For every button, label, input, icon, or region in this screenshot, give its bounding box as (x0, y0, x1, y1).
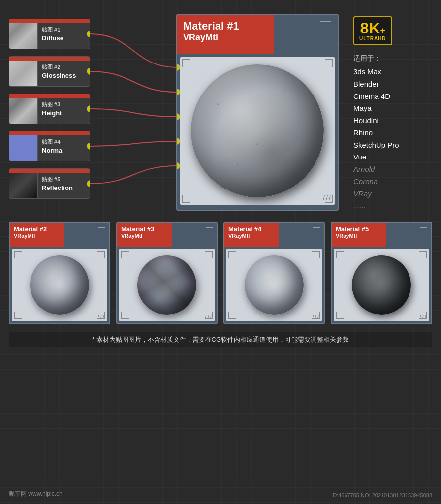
small-dash-3 (206, 227, 213, 228)
node-thumb-2 (9, 56, 38, 87)
small-hash-2: /// (98, 314, 105, 319)
corner-tl (182, 59, 190, 67)
info-panel: 8K + ULTRAHD 适用于： 3ds MaxBlenderCinema 4… (353, 16, 417, 212)
small-title2-4: VRayMtl (228, 233, 320, 239)
material-card-header: Material #1 VRayMtl (177, 15, 338, 54)
node-dot-2 (87, 68, 90, 75)
node-label-2: Glossiness (42, 72, 86, 79)
badge-ultrahd: ULTRAHD (359, 36, 386, 41)
node-dot-4 (87, 143, 90, 150)
compatible-item-arnold: Arnold (353, 163, 417, 176)
node-card-3: 贴图 #3 Height (9, 94, 90, 124)
small-header-4: Material #4 VRayMtl (224, 223, 324, 247)
compatible-item-......: ...... (353, 200, 417, 212)
node-dot-1 (87, 31, 90, 37)
compatible-item-houdini: Houdini (353, 115, 417, 127)
id-mark: ID:4667705 NO: 20210130123153945088 (331, 492, 432, 498)
node-area: 贴图 #1 Diffuse 贴图 #2 Glossiness 贴图 #3 Hei… (9, 14, 137, 199)
sc-bl-5 (336, 312, 344, 319)
node-cards-list: 贴图 #1 Diffuse 贴图 #2 Glossiness 贴图 #3 Hei… (9, 19, 137, 199)
sc-tr-3 (205, 251, 213, 258)
node-dot-3 (87, 105, 90, 112)
sc-tr-4 (312, 251, 320, 258)
compatible-item-vue: Vue (353, 151, 417, 163)
small-dash-5 (420, 227, 427, 228)
small-card-2: Material #2 VRayMtl /// (9, 222, 110, 324)
node-thumb-5 (9, 168, 38, 199)
node-info-5: 贴图 #5 Reflection (38, 174, 90, 193)
compatible-item-vray: VRay (353, 188, 417, 200)
footer-note: * 素材为贴图图片，不含材质文件，需要在CG软件内相应通道使用，可能需要调整相关… (9, 332, 432, 347)
small-header-5: Material #5 VRayMtl (332, 223, 431, 247)
node-label-1: Diffuse (42, 34, 86, 42)
small-title2-2: VRayMtl (14, 233, 105, 239)
small-sphere-3 (137, 255, 196, 315)
small-card-5: Material #5 VRayMtl /// (331, 222, 432, 324)
sc-tl-3 (121, 251, 129, 258)
node-info-2: 贴图 #2 Glossiness (38, 62, 90, 81)
node-thumb-3 (9, 94, 38, 124)
watermark: 昵享网 www.nipic.cn (9, 490, 63, 498)
badge-8k: 8K + ULTRAHD (353, 16, 392, 45)
small-preview-4: /// (226, 249, 322, 321)
node-card-5: 贴图 #5 Reflection (9, 168, 90, 199)
node-label-4: Normal (42, 147, 86, 154)
sc-bl-4 (228, 312, 236, 319)
compatible-item-corona: Corona (353, 176, 417, 188)
node-thumb-4 (9, 131, 38, 161)
sc-tl-4 (228, 251, 236, 258)
small-hash-5: /// (420, 314, 427, 319)
node-num-5: 贴图 #5 (42, 176, 86, 183)
corner-bl (182, 195, 190, 203)
material-card-main: Material #1 VRayMtl /// (176, 14, 339, 211)
compatible-item-blender: Blender (353, 78, 417, 91)
compatible-label: 适用于： (353, 54, 417, 63)
bottom-cards: Material #2 VRayMtl /// Material #3 VRay… (9, 222, 432, 324)
small-preview-5: /// (334, 249, 429, 321)
sc-tr-5 (419, 251, 427, 258)
card-connectors (176, 64, 180, 169)
top-section: 贴图 #1 Diffuse 贴图 #2 Glossiness 贴图 #3 Hei… (9, 14, 432, 212)
node-num-1: 贴图 #1 (42, 26, 86, 33)
material-preview: /// (180, 57, 335, 205)
preview-hash: /// (323, 194, 332, 202)
node-card-2: 贴图 #2 Glossiness (9, 56, 90, 87)
node-label-5: Reflection (42, 184, 86, 191)
header-dash-icon (320, 21, 331, 22)
small-header-3: Material #3 VRayMtl (117, 223, 217, 247)
small-sphere-2 (30, 255, 89, 315)
small-card-3: Material #3 VRayMtl /// (116, 222, 218, 324)
node-card-4: 贴图 #4 Normal (9, 131, 90, 161)
badge-number: 8K (360, 20, 380, 36)
small-hash-3: /// (205, 314, 213, 319)
sc-tl-5 (336, 251, 344, 258)
node-info-1: 贴图 #1 Diffuse (38, 24, 90, 44)
small-card-4: Material #4 VRayMtl /// (223, 222, 325, 324)
small-title1-4: Material #4 (228, 225, 320, 233)
card-connector-3 (176, 113, 180, 120)
compatible-list: 3ds MaxBlenderCinema 4DMayaHoudiniRhinoS… (353, 66, 417, 212)
node-dot-5 (87, 180, 90, 187)
small-header-2: Material #2 VRayMtl (10, 223, 109, 247)
node-num-3: 贴图 #3 (42, 101, 86, 108)
card-connector-2 (176, 89, 180, 95)
compatible-item-3ds-max: 3ds Max (353, 66, 417, 78)
card-connector-1 (176, 64, 180, 71)
compatible-item-sketchup-pro: SketchUp Pro (353, 139, 417, 152)
node-num-2: 贴图 #2 (42, 63, 86, 71)
node-num-4: 贴图 #4 (42, 138, 86, 146)
node-card-1: 贴图 #1 Diffuse (9, 19, 90, 49)
node-info-4: 贴图 #4 Normal (38, 136, 90, 156)
small-dash-4 (313, 227, 320, 228)
node-label-3: Height (42, 109, 86, 117)
small-hash-4: /// (313, 314, 320, 319)
compatible-item-cinema-4d: Cinema 4D (353, 91, 417, 103)
sc-tl-2 (14, 251, 22, 258)
card-connector-4 (176, 138, 180, 145)
card-connector-5 (176, 162, 180, 169)
corner-tr (325, 59, 333, 67)
small-title1-2: Material #2 (14, 225, 105, 233)
sc-bl-2 (14, 312, 22, 319)
small-preview-2: /// (12, 249, 107, 321)
small-dash-2 (98, 227, 105, 228)
